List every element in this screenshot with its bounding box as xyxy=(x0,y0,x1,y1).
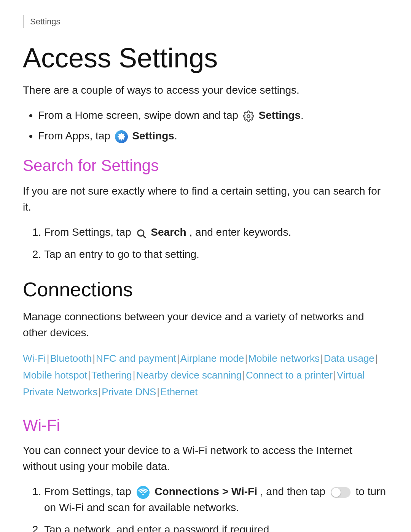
access-bullets-list: From a Home screen, swipe down and tap S… xyxy=(23,107,388,144)
search-intro: If you are not sure exactly where to fin… xyxy=(23,183,388,215)
list-item: From Apps, tap Settings. xyxy=(38,128,388,144)
step1-text: From Settings, tap xyxy=(44,226,134,238)
search-bold: Search xyxy=(151,226,186,238)
svg-point-0 xyxy=(247,115,250,118)
page-title: Access Settings xyxy=(23,43,388,73)
connections-title: Connections xyxy=(23,278,388,301)
link-private-networks[interactable]: Private Networks xyxy=(23,386,98,398)
search-icon xyxy=(136,227,147,238)
link-private-dns[interactable]: Private DNS xyxy=(102,386,156,398)
search-title: Search for Settings xyxy=(23,156,388,175)
connections-links: Wi-Fi|Bluetooth|NFC and payment|Airplane… xyxy=(23,350,388,401)
toggle-icon xyxy=(331,487,350,498)
search-section: Search for Settings If you are not sure … xyxy=(23,156,388,262)
list-item: From Settings, tap Connections > Wi-Fi ,… xyxy=(44,484,388,516)
link-connect-printer[interactable]: Connect to a printer xyxy=(246,369,333,381)
link-bluetooth[interactable]: Bluetooth xyxy=(50,353,92,364)
list-item: From Settings, tap Search , and enter ke… xyxy=(44,224,388,240)
link-vpn[interactable]: Virtual xyxy=(337,369,365,381)
link-tethering[interactable]: Tethering xyxy=(91,369,132,381)
connections-wi-fi-bold: Connections > Wi-Fi xyxy=(155,486,257,497)
connections-intro: Manage connections between your device a… xyxy=(23,309,388,341)
list-item: Tap an entry to go to that setting. xyxy=(44,246,388,262)
link-mobile-hotspot[interactable]: Mobile hotspot xyxy=(23,369,87,381)
svg-point-2 xyxy=(137,230,143,236)
settings-bold-1: Settings xyxy=(259,109,301,121)
link-nfc[interactable]: NFC and payment xyxy=(96,353,176,364)
link-airplane[interactable]: Airplane mode xyxy=(180,353,244,364)
svg-point-4 xyxy=(137,486,150,499)
list-item: From a Home screen, swipe down and tap S… xyxy=(38,107,388,123)
wifi-steps-list: From Settings, tap Connections > Wi-Fi ,… xyxy=(23,484,388,532)
connections-section: Connections Manage connections between y… xyxy=(23,278,388,401)
list-item: Tap a network, and enter a password if r… xyxy=(44,522,388,532)
bullet-text-2: From Apps, tap xyxy=(38,130,113,142)
wifi-intro: You can connect your device to a Wi-Fi n… xyxy=(23,443,388,474)
access-intro: There are a couple of ways to access you… xyxy=(23,82,388,98)
link-data-usage[interactable]: Data usage xyxy=(324,353,374,364)
svg-line-3 xyxy=(143,235,145,238)
wifi-title: Wi-Fi xyxy=(23,416,388,435)
wifi-section: Wi-Fi You can connect your device to a W… xyxy=(23,416,388,532)
link-nearby-scanning[interactable]: Nearby device scanning xyxy=(136,369,242,381)
link-ethernet[interactable]: Ethernet xyxy=(160,386,198,398)
wifi-step1-middle: , and then tap xyxy=(260,486,328,497)
settings-circle-icon xyxy=(115,130,128,143)
wifi-step1-before: From Settings, tap xyxy=(44,486,134,497)
wifi-step2-text: Tap a network, and enter a password if r… xyxy=(44,524,272,532)
breadcrumb: Settings xyxy=(23,15,388,28)
settings-bold-2: Settings xyxy=(132,130,174,142)
link-wifi[interactable]: Wi-Fi xyxy=(23,353,46,364)
link-mobile-networks[interactable]: Mobile networks xyxy=(248,353,320,364)
gear-icon xyxy=(243,110,254,122)
search-steps-list: From Settings, tap Search , and enter ke… xyxy=(23,224,388,262)
bullet-text-1: From a Home screen, swipe down and tap xyxy=(38,109,241,121)
wifi-icon xyxy=(137,486,150,499)
step2-text: Tap an entry to go to that setting. xyxy=(44,248,199,260)
